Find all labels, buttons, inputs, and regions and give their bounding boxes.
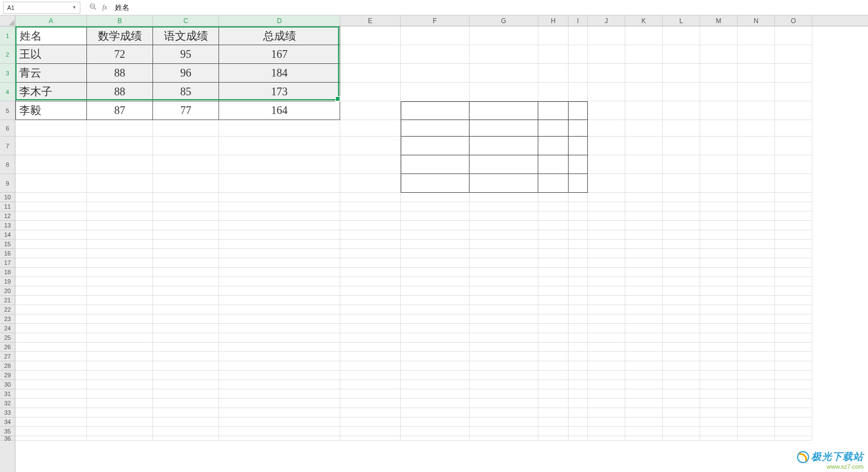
cell-M9[interactable] xyxy=(700,174,738,193)
cell-K34[interactable] xyxy=(625,417,663,427)
cell-G4[interactable] xyxy=(470,83,538,101)
cell-G23[interactable] xyxy=(470,314,538,324)
cell-K10[interactable] xyxy=(625,193,663,202)
cell-N14[interactable] xyxy=(738,230,775,240)
cell-O27[interactable] xyxy=(775,352,812,361)
cell-H7[interactable] xyxy=(538,137,569,155)
cell-E24[interactable] xyxy=(340,324,401,333)
cell-K3[interactable] xyxy=(625,64,663,83)
cell-C36[interactable] xyxy=(153,436,219,441)
cell-G31[interactable] xyxy=(470,389,538,399)
cell-D3[interactable]: 184 xyxy=(219,64,340,83)
cell-L23[interactable] xyxy=(663,314,700,324)
cell-N6[interactable] xyxy=(738,120,775,137)
cell-L28[interactable] xyxy=(663,361,700,371)
cell-N10[interactable] xyxy=(738,193,775,202)
cell-G6[interactable] xyxy=(470,120,538,137)
cell-F2[interactable] xyxy=(401,45,470,64)
cell-E31[interactable] xyxy=(340,389,401,399)
cell-G29[interactable] xyxy=(470,371,538,380)
cell-M10[interactable] xyxy=(700,193,738,202)
cell-D24[interactable] xyxy=(219,324,340,333)
cell-L32[interactable] xyxy=(663,399,700,408)
cell-L35[interactable] xyxy=(663,427,700,436)
col-header-M[interactable]: M xyxy=(700,15,738,26)
cell-H26[interactable] xyxy=(538,343,569,352)
cell-D36[interactable] xyxy=(219,436,340,441)
cell-J30[interactable] xyxy=(588,380,625,389)
col-header-E[interactable]: E xyxy=(340,15,401,26)
cell-G20[interactable] xyxy=(470,286,538,296)
cell-O5[interactable] xyxy=(775,101,812,120)
row-header-12[interactable]: 12 xyxy=(0,211,15,221)
cell-C23[interactable] xyxy=(153,314,219,324)
cell-N24[interactable] xyxy=(738,324,775,333)
cell-G32[interactable] xyxy=(470,399,538,408)
cell-I24[interactable] xyxy=(569,324,588,333)
cell-O15[interactable] xyxy=(775,240,812,249)
cell-B3[interactable]: 88 xyxy=(87,64,153,83)
cell-H24[interactable] xyxy=(538,324,569,333)
row-header-11[interactable]: 11 xyxy=(0,202,15,211)
cell-E15[interactable] xyxy=(340,240,401,249)
cell-G34[interactable] xyxy=(470,417,538,427)
row-header-9[interactable]: 9 xyxy=(0,174,15,193)
cell-H17[interactable] xyxy=(538,258,569,268)
cell-N7[interactable] xyxy=(738,137,775,155)
cell-C32[interactable] xyxy=(153,399,219,408)
cell-D5[interactable]: 164 xyxy=(219,101,340,120)
cell-J32[interactable] xyxy=(588,399,625,408)
cell-G28[interactable] xyxy=(470,361,538,371)
cell-I17[interactable] xyxy=(569,258,588,268)
row-header-29[interactable]: 29 xyxy=(0,371,15,380)
cell-D19[interactable] xyxy=(219,277,340,286)
cell-M6[interactable] xyxy=(700,120,738,137)
row-header-17[interactable]: 17 xyxy=(0,258,15,268)
cell-K14[interactable] xyxy=(625,230,663,240)
cell-J13[interactable] xyxy=(588,221,625,230)
cell-G10[interactable] xyxy=(470,193,538,202)
cell-E30[interactable] xyxy=(340,380,401,389)
cell-F27[interactable] xyxy=(401,352,470,361)
cell-K22[interactable] xyxy=(625,305,663,314)
cell-D31[interactable] xyxy=(219,389,340,399)
cell-J34[interactable] xyxy=(588,417,625,427)
cell-N32[interactable] xyxy=(738,399,775,408)
cell-M16[interactable] xyxy=(700,249,738,258)
cell-K4[interactable] xyxy=(625,83,663,101)
cell-O6[interactable] xyxy=(775,120,812,137)
cell-F4[interactable] xyxy=(401,83,470,101)
cell-D32[interactable] xyxy=(219,399,340,408)
cell-E22[interactable] xyxy=(340,305,401,314)
row-header-10[interactable]: 10 xyxy=(0,193,15,202)
cell-M31[interactable] xyxy=(700,389,738,399)
row-header-33[interactable]: 33 xyxy=(0,408,15,417)
cell-G24[interactable] xyxy=(470,324,538,333)
cell-H31[interactable] xyxy=(538,389,569,399)
cell-H29[interactable] xyxy=(538,371,569,380)
cell-J33[interactable] xyxy=(588,408,625,417)
cell-J11[interactable] xyxy=(588,202,625,211)
cell-I16[interactable] xyxy=(569,249,588,258)
cell-O36[interactable] xyxy=(775,436,812,441)
cell-E35[interactable] xyxy=(340,427,401,436)
cell-E27[interactable] xyxy=(340,352,401,361)
row-header-14[interactable]: 14 xyxy=(0,230,15,240)
cell-L11[interactable] xyxy=(663,202,700,211)
cell-E21[interactable] xyxy=(340,296,401,305)
cell-D33[interactable] xyxy=(219,408,340,417)
cell-M36[interactable] xyxy=(700,436,738,441)
cell-B21[interactable] xyxy=(87,296,153,305)
cell-L12[interactable] xyxy=(663,211,700,221)
cell-J36[interactable] xyxy=(588,436,625,441)
row-header-18[interactable]: 18 xyxy=(0,268,15,277)
cell-A31[interactable] xyxy=(15,389,87,399)
col-header-G[interactable]: G xyxy=(470,15,538,26)
cell-H21[interactable] xyxy=(538,296,569,305)
cell-B29[interactable] xyxy=(87,371,153,380)
cell-C30[interactable] xyxy=(153,380,219,389)
cell-O32[interactable] xyxy=(775,399,812,408)
cell-G7[interactable] xyxy=(470,137,538,155)
cell-A26[interactable] xyxy=(15,343,87,352)
row-header-24[interactable]: 24 xyxy=(0,324,15,333)
